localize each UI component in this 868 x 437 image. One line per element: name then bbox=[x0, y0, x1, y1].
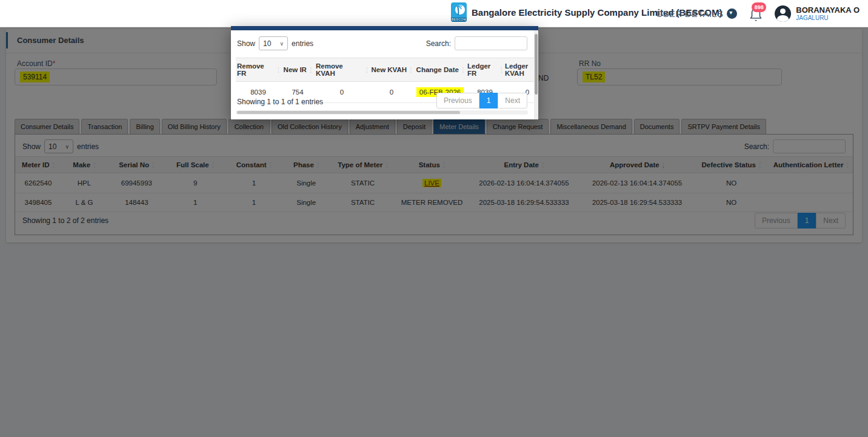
modal-search-input[interactable] bbox=[455, 36, 527, 50]
modal-previous-button[interactable]: Previous bbox=[436, 93, 479, 108]
modal-title-bar bbox=[231, 26, 538, 30]
modal-pagination: Previous 1 Next bbox=[436, 93, 527, 108]
sort-icon bbox=[366, 67, 369, 73]
avatar bbox=[775, 5, 791, 22]
user-profile[interactable]: BORANAYAKA O JAGALURU bbox=[775, 5, 860, 22]
modal-table-header: Remove FRNew IRRemove KVAHNew KVAHChange… bbox=[236, 58, 534, 82]
sort-icon bbox=[278, 67, 280, 73]
sort-icon bbox=[310, 67, 312, 73]
sort-icon bbox=[410, 67, 412, 73]
modal-column-header-remove-kvah[interactable]: Remove KVAH bbox=[315, 58, 369, 81]
modal-page-size-select[interactable]: 10 bbox=[259, 36, 288, 50]
scrollbar-thumb[interactable] bbox=[237, 111, 460, 114]
modal-column-header-change-date[interactable]: Change Date bbox=[414, 58, 466, 81]
modal-horizontal-scrollbar[interactable] bbox=[236, 110, 528, 115]
modal-column-header-ledger-kvah[interactable]: Ledger KVAH bbox=[504, 58, 534, 81]
modal-next-button[interactable]: Next bbox=[498, 93, 527, 108]
bescom-logo-icon: BESCOM bbox=[451, 2, 467, 22]
logo-text: BESCOM bbox=[451, 18, 467, 22]
modal-column-header-ledger-fr[interactable]: Ledger FR bbox=[466, 58, 504, 81]
modal-search-label: Search: bbox=[426, 39, 451, 48]
notifications-button[interactable]: 898 bbox=[748, 5, 764, 23]
scrollbar-thumb[interactable] bbox=[535, 34, 538, 95]
app-header: BESCOM Bangalore Electricity Supply Comp… bbox=[0, 0, 868, 27]
notification-badge: 898 bbox=[752, 2, 766, 12]
sort-icon bbox=[462, 67, 464, 73]
modal-vertical-scrollbar[interactable] bbox=[534, 30, 538, 119]
modal-entries-label: entries bbox=[292, 39, 313, 48]
user-details-menu[interactable]: USER DETAILS bbox=[656, 8, 737, 19]
modal-column-header-new-ir[interactable]: New IR bbox=[281, 58, 315, 81]
modal-page-number-button[interactable]: 1 bbox=[479, 93, 498, 108]
chevron-down-icon bbox=[727, 8, 737, 19]
modal-show-label: Show bbox=[237, 39, 255, 48]
modal-column-header-remove-fr[interactable]: Remove FR bbox=[236, 58, 281, 81]
sort-icon bbox=[501, 67, 503, 73]
user-location: JAGALURU bbox=[796, 15, 860, 22]
user-name: BORANAYAKA O bbox=[796, 5, 860, 15]
modal-column-header-new-kvah[interactable]: New KVAH bbox=[369, 58, 414, 81]
meter-change-modal: Show 10 entries Search: Remove FRNew IRR… bbox=[231, 26, 538, 119]
modal-table-summary: Showing 1 to 1 of 1 entries bbox=[237, 98, 323, 106]
user-details-label: USER DETAILS bbox=[656, 8, 723, 19]
